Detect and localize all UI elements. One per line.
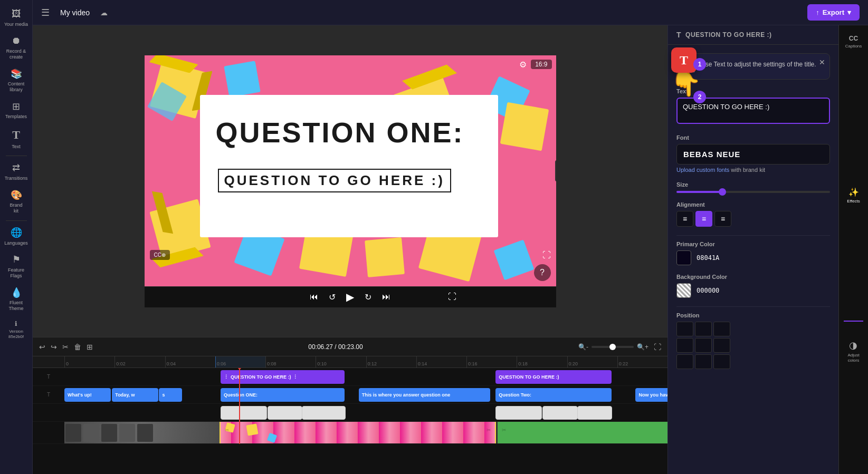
question-one-text: QUESTION ONE: xyxy=(216,116,464,149)
project-title[interactable]: My video xyxy=(56,6,94,19)
pos-mid-center[interactable] xyxy=(695,338,712,353)
version-icon: ℹ xyxy=(15,320,17,327)
captions-control[interactable]: CC⊕ xyxy=(150,250,170,260)
sidebar-item-your-media[interactable]: 🖼 Your media xyxy=(1,4,32,31)
primary-color-row: 08041A xyxy=(676,250,830,265)
size-slider-track[interactable] xyxy=(676,191,830,193)
forward-button[interactable]: ↻ xyxy=(365,292,371,302)
undo-button[interactable]: ↩ xyxy=(39,343,45,351)
fullscreen-button[interactable]: ⛶ xyxy=(448,292,456,302)
upload-fonts-link[interactable]: Upload custom fonts xyxy=(676,167,729,173)
align-center-button[interactable]: ≡ xyxy=(695,211,712,227)
magnet-button[interactable]: ⊞ xyxy=(87,343,93,351)
expand-icon[interactable]: ⛶ xyxy=(542,250,551,260)
align-left-button[interactable]: ≡ xyxy=(676,211,693,227)
alignment-section: Alignment ≡ ≡ ≡ xyxy=(676,201,830,227)
zoom-out-icon[interactable]: 🔍- xyxy=(578,343,588,351)
ruler-mark-8: 0:16 xyxy=(466,356,517,367)
panel-content: 🤖 Use Text to adjust the settings of the… xyxy=(668,45,838,474)
clip-white-1[interactable] xyxy=(221,406,267,420)
sidebar-item-brand-kit[interactable]: 🎨 Brandkit xyxy=(1,186,32,218)
sidebar-item-text[interactable]: T Text xyxy=(1,124,32,153)
font-selector[interactable]: BEBAS NEUE xyxy=(676,144,830,165)
size-slider-thumb[interactable] xyxy=(719,188,726,196)
panel-toggle-arrow[interactable]: › xyxy=(555,160,556,181)
skip-back-button[interactable]: ⏮ xyxy=(310,292,318,302)
video-clip-1[interactable] xyxy=(64,422,221,443)
sidebar-item-templates[interactable]: ⊞ Templates xyxy=(1,97,32,124)
flags-icon: ⚑ xyxy=(12,254,21,266)
sidebar-item-languages[interactable]: 🌐 Languages xyxy=(1,223,32,250)
bg-color-swatch[interactable] xyxy=(676,283,691,298)
video-clip-2[interactable]: ✂ ✂ xyxy=(221,422,496,443)
pos-top-left[interactable] xyxy=(676,322,693,336)
clip-whatsup[interactable]: What's up! xyxy=(64,388,111,402)
tooltip-banner: 🤖 Use Text to adjust the settings of the… xyxy=(676,53,830,80)
text-input[interactable]: QUESTION TO GO HERE :) xyxy=(676,98,830,124)
playhead[interactable] xyxy=(239,368,240,444)
pos-mid-right[interactable] xyxy=(713,338,730,353)
play-button[interactable]: ▶ xyxy=(346,291,354,303)
pos-top-right[interactable] xyxy=(713,322,730,336)
clip-white-3[interactable] xyxy=(302,406,345,420)
primary-color-swatch[interactable] xyxy=(676,250,691,265)
sidebar-item-record-create[interactable]: ⏺ Record &create xyxy=(1,31,32,64)
video-canvas[interactable]: QUESTION ONE: QUESTION TO GO HERE :) ⚙ 1… xyxy=(145,55,556,286)
sidebar-item-transitions[interactable]: ⇄ Transitions xyxy=(1,158,32,185)
cut-button[interactable]: ✂ xyxy=(62,343,69,351)
skip-forward-button[interactable]: ⏭ xyxy=(382,292,390,302)
clip-today[interactable]: Today, w xyxy=(112,388,158,402)
font-link-text: Upload custom fonts with brand kit xyxy=(676,167,830,173)
languages-icon: 🌐 xyxy=(11,227,22,239)
clip-now-you[interactable]: Now you have the ha xyxy=(635,388,667,402)
clip-s[interactable]: s xyxy=(159,388,182,402)
clip-question-to-go-2[interactable]: QUESTION TO GO HERE :) xyxy=(495,370,611,384)
expand-timeline-button[interactable]: ⛶ xyxy=(654,343,661,351)
track-2: T What's up! Today, w s Question ONE: Th… xyxy=(33,386,667,404)
clip-white-4[interactable] xyxy=(495,406,542,420)
tab-adjust-colors[interactable]: ◑ Adjustcolors xyxy=(844,334,862,474)
help-button[interactable]: ? xyxy=(534,264,551,281)
clip-white-6[interactable] xyxy=(577,406,612,420)
align-right-button[interactable]: ≡ xyxy=(714,211,731,227)
zoom-in-icon[interactable]: 🔍+ xyxy=(637,343,648,351)
right-panel: T QUESTION TO GO HERE :) CC Captions ✨ E… xyxy=(667,25,868,474)
pos-top-center[interactable] xyxy=(695,322,712,336)
save-status-icon: ☁ xyxy=(100,8,108,17)
playhead-arrow xyxy=(236,368,243,370)
clip-white-5[interactable] xyxy=(542,406,577,420)
tooltip-close-button[interactable]: ✕ xyxy=(819,58,825,66)
zoom-slider[interactable] xyxy=(592,346,634,348)
track-2-label: T xyxy=(33,392,64,398)
clip-white-2[interactable] xyxy=(268,406,302,420)
sidebar-item-version[interactable]: ℹ Version85e2b0f xyxy=(1,316,32,344)
pos-bot-left[interactable] xyxy=(676,354,693,369)
sidebar-item-fluent-theme[interactable]: 💧 FluentTheme xyxy=(1,283,32,316)
pos-bot-center[interactable] xyxy=(695,354,712,369)
sidebar-item-feature-flags[interactable]: ⚑ FeatureFlags xyxy=(1,250,32,283)
tab-effects[interactable]: ✨ Effects xyxy=(844,182,863,322)
size-label: Size xyxy=(676,181,830,188)
export-button[interactable]: ↑ Export ▾ xyxy=(807,4,860,21)
clip-drag-handle[interactable]: ⋮ xyxy=(224,374,228,380)
pos-mid-left[interactable] xyxy=(676,338,693,353)
sidebar-item-content-library[interactable]: 📚 Contentlibrary xyxy=(1,64,32,97)
clip-question-two[interactable]: Question Two: xyxy=(495,388,611,402)
panel-header-title: QUESTION TO GO HERE :) xyxy=(685,31,771,38)
ruler-mark-5: 0:10 xyxy=(316,356,366,367)
rewind-button[interactable]: ↺ xyxy=(329,292,336,302)
track-1-content: ⋮ QUESTION TO GO HERE :) ⋮ QUESTION TO G… xyxy=(64,368,667,385)
video-clip-3[interactable]: ✂ xyxy=(498,422,667,443)
tab-captions[interactable]: CC Captions xyxy=(842,30,865,169)
redo-button[interactable]: ↪ xyxy=(51,343,57,351)
pos-bot-right[interactable] xyxy=(713,354,730,369)
ruler-mark-10: 0:20 xyxy=(567,356,617,367)
primary-color-hex: 08041A xyxy=(697,254,719,262)
clip-trim-right[interactable]: ⋮ xyxy=(293,374,298,380)
delete-button[interactable]: 🗑 xyxy=(74,343,81,351)
menu-icon[interactable]: ☰ xyxy=(41,7,50,18)
adjust-colors-icon: ◑ xyxy=(849,340,857,351)
templates-icon: ⊞ xyxy=(12,101,20,113)
canvas-settings-icon[interactable]: ⚙ xyxy=(519,60,527,70)
clip-answer-one[interactable]: This is where you answer question one xyxy=(359,388,490,402)
